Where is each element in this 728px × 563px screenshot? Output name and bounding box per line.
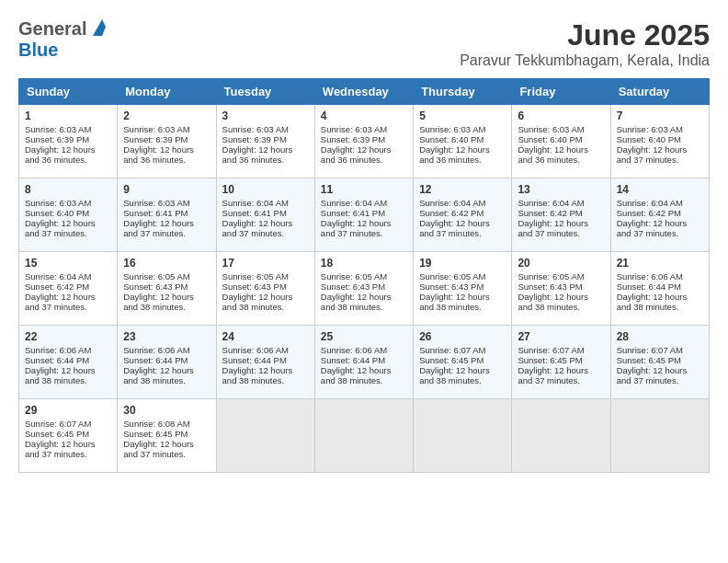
calendar-cell: 16Sunrise: 6:05 AMSunset: 6:43 PMDayligh… <box>118 252 216 326</box>
cell-info-line: and 37 minutes. <box>617 155 703 165</box>
cell-info-line: and 38 minutes. <box>25 375 111 385</box>
day-number: 6 <box>518 109 604 122</box>
cell-info-line: Sunrise: 6:05 AM <box>419 271 506 282</box>
cell-info-line: Sunset: 6:39 PM <box>222 134 309 144</box>
cell-info-line: Sunset: 6:44 PM <box>617 282 703 292</box>
cell-info-line: Sunset: 6:43 PM <box>222 282 309 292</box>
calendar-cell: 30Sunrise: 6:08 AMSunset: 6:45 PMDayligh… <box>118 399 216 473</box>
cell-info-line: Sunset: 6:41 PM <box>222 208 309 218</box>
calendar-cell: 14Sunrise: 6:04 AMSunset: 6:42 PMDayligh… <box>610 178 709 252</box>
cell-info-line: and 37 minutes. <box>25 302 111 312</box>
day-number: 7 <box>617 109 703 122</box>
cell-info-line: and 37 minutes. <box>419 228 506 238</box>
calendar-cell: 29Sunrise: 6:07 AMSunset: 6:45 PMDayligh… <box>19 399 118 473</box>
cell-info-line: and 37 minutes. <box>25 449 111 459</box>
cell-info-line: Daylight: 12 hours <box>25 365 111 375</box>
logo: General Blue <box>18 18 106 61</box>
title-section: June 2025 Paravur Tekkumbhagam, Kerala, … <box>460 18 710 69</box>
cell-info-line: Sunrise: 6:04 AM <box>25 271 111 282</box>
weekday-header-saturday: Saturday <box>610 79 709 105</box>
cell-info-line: Daylight: 12 hours <box>617 365 703 375</box>
day-number: 29 <box>25 404 111 417</box>
cell-info-line: and 38 minutes. <box>321 375 407 385</box>
cell-info-line: Daylight: 12 hours <box>123 439 210 449</box>
logo-blue: Blue <box>18 40 58 61</box>
logo-general: General <box>18 18 86 40</box>
day-number: 27 <box>518 330 604 343</box>
calendar-cell: 27Sunrise: 6:07 AMSunset: 6:45 PMDayligh… <box>512 326 610 399</box>
day-number: 10 <box>222 183 309 196</box>
cell-info-line: Daylight: 12 hours <box>617 218 703 228</box>
cell-info-line: Sunset: 6:45 PM <box>419 355 506 365</box>
cell-info-line: Sunset: 6:40 PM <box>419 134 506 144</box>
calendar-subtitle: Paravur Tekkumbhagam, Kerala, India <box>460 52 710 69</box>
logo-icon <box>89 19 106 36</box>
cell-info-line: Sunrise: 6:04 AM <box>321 198 407 208</box>
cell-info-line: Daylight: 12 hours <box>222 365 309 375</box>
cell-info-line: Sunset: 6:45 PM <box>617 355 703 365</box>
day-number: 20 <box>518 257 604 270</box>
cell-info-line: Sunset: 6:43 PM <box>321 282 407 292</box>
day-number: 11 <box>321 183 407 196</box>
cell-info-line: Sunset: 6:43 PM <box>518 282 604 292</box>
cell-info-line: and 36 minutes. <box>25 155 111 165</box>
cell-info-line: Daylight: 12 hours <box>222 292 309 302</box>
calendar-cell: 17Sunrise: 6:05 AMSunset: 6:43 PMDayligh… <box>216 252 314 326</box>
cell-info-line: Daylight: 12 hours <box>419 292 506 302</box>
cell-info-line: Daylight: 12 hours <box>518 365 604 375</box>
cell-info-line: Sunset: 6:45 PM <box>123 429 210 439</box>
cell-info-line: and 38 minutes. <box>222 302 309 312</box>
cell-info-line: Sunset: 6:44 PM <box>222 355 309 365</box>
calendar-cell: 12Sunrise: 6:04 AMSunset: 6:42 PMDayligh… <box>414 178 512 252</box>
calendar-cell: 25Sunrise: 6:06 AMSunset: 6:44 PMDayligh… <box>314 326 413 399</box>
cell-info-line: and 38 minutes. <box>419 375 506 385</box>
cell-info-line: Sunset: 6:39 PM <box>321 134 407 144</box>
cell-info-line: Sunset: 6:42 PM <box>617 208 703 218</box>
cell-info-line: Daylight: 12 hours <box>518 292 604 302</box>
weekday-header-friday: Friday <box>512 79 610 105</box>
cell-info-line: Sunrise: 6:03 AM <box>25 198 111 208</box>
cell-info-line: Sunrise: 6:04 AM <box>518 198 604 208</box>
calendar-week-row: 1Sunrise: 6:03 AMSunset: 6:39 PMDaylight… <box>19 105 710 178</box>
cell-info-line: and 37 minutes. <box>617 375 703 385</box>
calendar-title: June 2025 <box>460 18 710 52</box>
day-number: 4 <box>321 109 407 122</box>
cell-info-line: Daylight: 12 hours <box>123 218 210 228</box>
cell-info-line: Daylight: 12 hours <box>123 292 210 302</box>
calendar-week-row: 29Sunrise: 6:07 AMSunset: 6:45 PMDayligh… <box>19 399 710 473</box>
calendar-cell: 2Sunrise: 6:03 AMSunset: 6:39 PMDaylight… <box>118 105 216 178</box>
cell-info-line: Sunrise: 6:05 AM <box>123 271 210 282</box>
cell-info-line: Sunrise: 6:06 AM <box>123 345 210 355</box>
calendar-table: SundayMondayTuesdayWednesdayThursdayFrid… <box>18 78 710 473</box>
day-number: 22 <box>25 330 111 343</box>
cell-info-line: Sunset: 6:45 PM <box>25 429 111 439</box>
cell-info-line: Sunrise: 6:06 AM <box>321 345 407 355</box>
cell-info-line: Daylight: 12 hours <box>25 439 111 449</box>
cell-info-line: Sunrise: 6:04 AM <box>419 198 506 208</box>
calendar-cell: 4Sunrise: 6:03 AMSunset: 6:39 PMDaylight… <box>314 105 413 178</box>
day-number: 8 <box>25 183 111 196</box>
cell-info-line: Sunrise: 6:06 AM <box>25 345 111 355</box>
cell-info-line: Sunset: 6:44 PM <box>25 355 111 365</box>
weekday-header-thursday: Thursday <box>414 79 512 105</box>
cell-info-line: Sunrise: 6:06 AM <box>617 271 703 282</box>
cell-info-line: and 37 minutes. <box>321 228 407 238</box>
cell-info-line: Sunrise: 6:04 AM <box>617 198 703 208</box>
cell-info-line: and 36 minutes. <box>518 155 604 165</box>
calendar-cell: 10Sunrise: 6:04 AMSunset: 6:41 PMDayligh… <box>216 178 314 252</box>
day-number: 26 <box>419 330 506 343</box>
cell-info-line: and 37 minutes. <box>123 449 210 459</box>
cell-info-line: Sunrise: 6:03 AM <box>222 124 309 134</box>
cell-info-line: Daylight: 12 hours <box>25 292 111 302</box>
day-number: 16 <box>123 257 210 270</box>
cell-info-line: Daylight: 12 hours <box>123 144 210 155</box>
day-number: 5 <box>419 109 506 122</box>
day-number: 12 <box>419 183 506 196</box>
calendar-cell: 21Sunrise: 6:06 AMSunset: 6:44 PMDayligh… <box>610 252 709 326</box>
calendar-cell: 8Sunrise: 6:03 AMSunset: 6:40 PMDaylight… <box>19 178 118 252</box>
day-number: 15 <box>25 257 111 270</box>
day-number: 2 <box>123 109 210 122</box>
cell-info-line: Sunrise: 6:04 AM <box>222 198 309 208</box>
calendar-cell <box>216 399 314 473</box>
cell-info-line: Daylight: 12 hours <box>617 292 703 302</box>
